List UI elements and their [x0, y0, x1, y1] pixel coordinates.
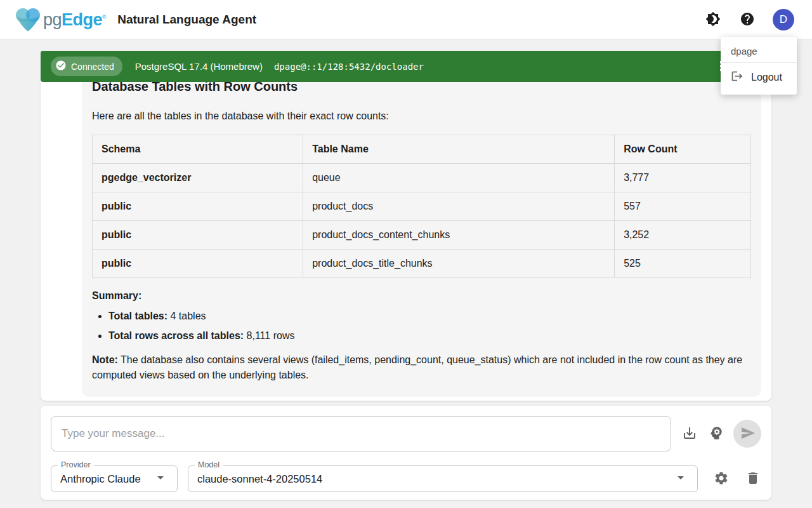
psychology-icon	[708, 425, 724, 443]
chat-card: Database Tables with Row Counts Here are…	[41, 82, 771, 401]
chevron-down-icon	[153, 470, 168, 488]
cell-table-name: product_docs_content_chunks	[303, 221, 615, 250]
chevron-down-icon	[673, 470, 688, 488]
row-counts-table: Schema Table Name Row Count pgedge_vecto…	[92, 135, 751, 278]
send-button[interactable]	[733, 420, 761, 448]
download-button[interactable]	[681, 425, 698, 442]
model-select[interactable]: Model claude-sonnet-4-20250514	[188, 465, 698, 492]
col-header-schema: Schema	[93, 135, 303, 164]
header-actions: D	[704, 9, 794, 30]
note-text: The database also contains several views…	[92, 354, 742, 380]
clear-chat-button[interactable]	[745, 471, 761, 487]
messages-scroll-area: Database Tables with Row Counts Here are…	[41, 82, 771, 401]
cell-row-count: 3,252	[615, 221, 751, 250]
help-button[interactable]	[738, 11, 756, 29]
help-icon	[740, 11, 755, 29]
server-version: PostgreSQL 17.4 (Homebrew)	[135, 61, 263, 72]
bullet-value: 8,111 rows	[247, 330, 295, 341]
trash-icon	[745, 471, 761, 488]
brand-wordmark: pgEdge®	[43, 10, 106, 30]
bullet-label: Total tables:	[108, 311, 167, 321]
download-icon	[682, 425, 697, 443]
cell-schema: public	[93, 250, 303, 278]
cell-row-count: 3,777	[615, 164, 751, 192]
connected-badge: Connected	[51, 57, 122, 76]
table-header-row: Schema Table Name Row Count	[93, 135, 751, 164]
model-label: Model	[195, 460, 223, 470]
bullet-label: Total rows across all tables:	[108, 330, 244, 341]
message-input[interactable]	[51, 416, 671, 451]
pgedge-logo-icon	[14, 7, 42, 32]
thinking-mode-button[interactable]	[708, 425, 724, 442]
send-icon	[739, 425, 756, 443]
connection-string: dpage@::1/128:5432/docloader	[274, 62, 424, 72]
summary-bullet: Total tables: 4 tables	[108, 309, 751, 324]
table-row: public product_docs_content_chunks 3,252	[93, 221, 751, 250]
message-intro: Here are all the tables in the database …	[92, 109, 751, 124]
cell-row-count: 557	[615, 192, 751, 221]
note-label: Note:	[92, 354, 118, 365]
cell-table-name: product_docs_title_chunks	[303, 250, 615, 278]
col-header-table-name: Table Name	[303, 135, 615, 164]
provider-select[interactable]: Provider Anthropic Claude	[51, 465, 178, 492]
logout-label: Logout	[751, 72, 782, 83]
note-paragraph: Note: The database also contains several…	[92, 352, 751, 383]
brightness-icon	[705, 11, 721, 29]
pgedge-brand: pgEdge®	[14, 7, 106, 32]
composer-card: Provider Anthropic Claude Model claude-s…	[41, 406, 771, 500]
cell-table-name: queue	[303, 164, 615, 192]
table-row: pgedge_vectorizer queue 3,777	[93, 164, 751, 192]
provider-value: Anthropic Claude	[60, 473, 141, 485]
assistant-message: Database Tables with Row Counts Here are…	[82, 82, 761, 397]
app-header: pgEdge® Natural Language Agent D	[0, 0, 812, 40]
table-row: public product_docs_title_chunks 525	[93, 250, 751, 278]
menu-username: dpage	[721, 39, 797, 63]
message-heading: Database Tables with Row Counts	[92, 82, 751, 96]
bullet-value: 4 tables	[171, 311, 206, 321]
col-header-row-count: Row Count	[615, 135, 751, 164]
cell-table-name: product_docs	[303, 192, 615, 221]
provider-label: Provider	[58, 460, 94, 470]
model-value: claude-sonnet-4-20250514	[197, 473, 322, 485]
user-avatar[interactable]: D	[773, 9, 794, 30]
cell-schema: public	[93, 221, 303, 250]
cell-schema: pgedge_vectorizer	[93, 164, 303, 192]
cell-schema: public	[93, 192, 303, 221]
gear-icon	[714, 471, 729, 488]
summary-bullet: Total rows across all tables: 8,111 rows	[108, 328, 751, 344]
summary-heading: Summary:	[92, 288, 751, 304]
logout-icon	[731, 70, 743, 85]
connection-status-bar: Connected PostgreSQL 17.4 (Homebrew) dpa…	[41, 51, 771, 82]
cell-row-count: 525	[615, 250, 751, 278]
settings-button[interactable]	[713, 471, 730, 487]
table-row: public product_docs 557	[93, 192, 751, 221]
user-menu: dpage Logout	[721, 37, 797, 95]
connected-label: Connected	[71, 62, 114, 72]
check-circle-icon	[55, 60, 67, 73]
theme-toggle-button[interactable]	[704, 11, 722, 29]
page-title: Natural Language Agent	[117, 13, 256, 27]
logout-menu-item[interactable]: Logout	[721, 63, 797, 92]
summary-list: Total tables: 4 tables Total rows across…	[92, 309, 751, 344]
